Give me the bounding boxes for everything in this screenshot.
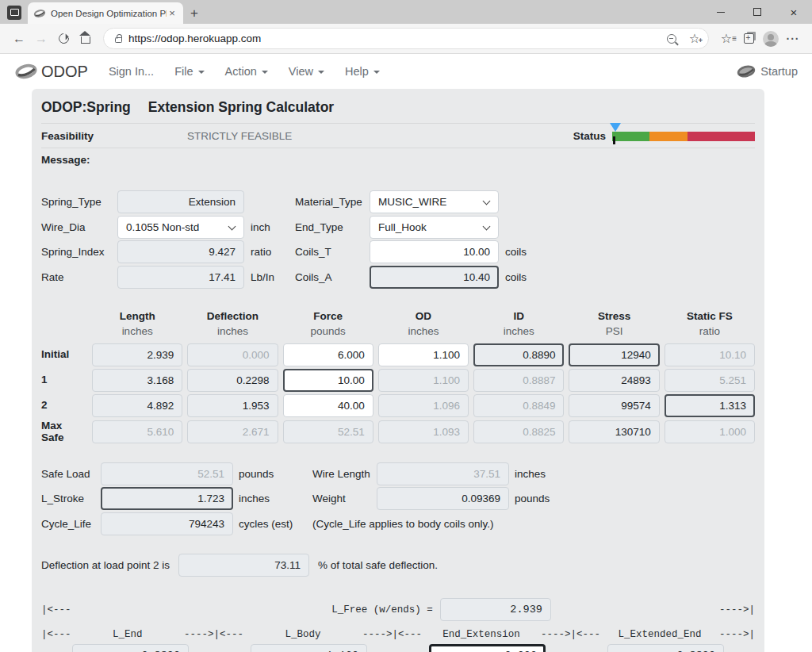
deflection-prefix: Deflection at load point 2 is [41, 559, 170, 571]
lfree-arrow-left: |<--- [41, 604, 71, 616]
col-header-deflection: Deflectioninches [187, 309, 278, 341]
row-label-initial: Initial [41, 348, 87, 361]
menu-help[interactable]: Help [345, 65, 380, 78]
initial-stress-output: 12940 [569, 343, 659, 366]
menu-view[interactable]: View [289, 65, 324, 78]
add-favorite-icon[interactable]: ☆ [689, 33, 700, 45]
rate-output: 17.41 [117, 266, 244, 289]
odop-brand[interactable]: ODOP [14, 63, 88, 81]
startup-button[interactable]: Startup [736, 64, 798, 79]
menu-action[interactable]: Action [225, 65, 268, 78]
row-label-1: 1 [41, 374, 87, 386]
status-segment-orange [649, 132, 688, 141]
pt2-force-input[interactable]: 40.00 [283, 394, 373, 417]
deflection-suffix: % of total safe deflection. [318, 559, 438, 571]
chevron-down-icon [198, 71, 205, 74]
wire-dia-unit: inch [251, 221, 289, 233]
spring-form: Spring_Type Extension Material_Type MUSI… [41, 190, 755, 289]
wire-dia-select[interactable]: 0.1055 Non-std [117, 216, 244, 239]
menu-file[interactable]: File [174, 65, 204, 78]
col-header-length: Lengthinches [92, 309, 182, 341]
col-header-force: Forcepounds [283, 309, 373, 341]
coils-t-input[interactable]: 10.00 [370, 240, 499, 263]
status-segment-green [612, 132, 649, 141]
rate-label: Rate [41, 271, 111, 283]
segment-l-extended-end: <--- L_Extended_End ---->| [576, 629, 755, 640]
end-type-label: End_Type [295, 221, 363, 233]
pt1-length-output: 3.168 [92, 369, 182, 392]
end-extension-input[interactable]: 0.000 [429, 644, 546, 652]
segment-l-end: |<--- L_End ---->| [41, 629, 220, 640]
back-icon[interactable]: ← [8, 28, 30, 50]
tab-title: Open Design Optimization Platform [51, 9, 167, 18]
col-header-stress: StressPSI [569, 309, 659, 341]
chevron-down-icon [483, 198, 491, 205]
pt2-id-output: 0.8849 [473, 394, 564, 417]
app-title: ODOP:Spring [41, 99, 131, 116]
maxsafe-length-output: 5.610 [92, 420, 182, 443]
material-type-select[interactable]: MUSIC_WIRE [370, 190, 499, 213]
refresh-icon[interactable] [52, 28, 75, 50]
initial-od-input[interactable]: 1.100 [378, 343, 469, 366]
maxsafe-deflection-output: 2.671 [187, 420, 278, 443]
coils-a-label: Coils_A [295, 271, 363, 283]
browser-toolbar: ← → https://odop.herokuapp.com ☆ ☆ ··· [0, 24, 812, 54]
close-button[interactable]: × [776, 0, 812, 24]
feasibility-label: Feasibility [41, 130, 94, 142]
minimize-button[interactable] [703, 0, 739, 24]
pt2-deflection-output: 1.953 [187, 394, 278, 417]
l-free-output: 2.939 [440, 598, 551, 621]
row-label-max-safe: Max Safe [41, 420, 87, 444]
lfree-arrow-right: ---->| [719, 604, 755, 616]
l-body-label: L_Body [285, 629, 320, 640]
l-stroke-unit: inches [239, 493, 307, 504]
coils-t-label: Coils_T [295, 246, 363, 258]
cycle-life-label: Cycle_Life [41, 518, 95, 530]
rate-unit: Lb/In [251, 271, 289, 283]
deflection-percent-row: Deflection at load point 2 is 73.11 % of… [41, 554, 755, 577]
spring-index-label: Spring_Index [41, 246, 111, 258]
cycle-life-output: 794243 [101, 512, 233, 535]
maximize-button[interactable] [739, 0, 776, 24]
cycle-life-unit: cycles (est) [239, 518, 307, 530]
initial-id-output: 0.8890 [473, 343, 564, 366]
chevron-down-icon [373, 71, 380, 74]
wire-length-output: 37.51 [377, 462, 509, 485]
coils-a-output: 10.40 [370, 266, 499, 289]
home-icon[interactable] [75, 28, 97, 50]
maxsafe-force-output: 52.51 [283, 420, 373, 443]
initial-force-input[interactable]: 6.000 [283, 343, 373, 366]
l-extended-end-output: 0.8890 [607, 644, 724, 652]
url-text[interactable]: https://odop.herokuapp.com [128, 33, 667, 44]
spring-type-output: Extension [117, 190, 244, 213]
page-title: ODOP:Spring Extension Spring Calculator [41, 96, 755, 123]
tab-close-icon[interactable]: × [167, 8, 178, 19]
chevron-down-icon [318, 71, 324, 74]
end-type-select[interactable]: Full_Hook [370, 216, 499, 239]
cycle-life-note: (Cycle_Life applies to body coils only.) [312, 518, 755, 530]
pt1-od-output: 1.100 [378, 369, 469, 392]
collections-icon[interactable] [737, 28, 760, 50]
load-points-table: Lengthinches Deflectioninches Forcepound… [41, 309, 755, 444]
menu-sign-in[interactable]: Sign In... [109, 65, 154, 78]
pt1-force-input[interactable]: 10.00 [283, 369, 373, 392]
deflection-percent-output: 73.11 [178, 554, 309, 577]
spring-index-output: 9.427 [117, 240, 244, 263]
maxsafe-id-output: 0.8825 [473, 420, 564, 443]
status-segment-red [688, 132, 755, 141]
profile-avatar[interactable] [760, 28, 782, 50]
pt2-od-output: 1.096 [378, 394, 469, 417]
chevron-down-icon [262, 71, 268, 74]
favorites-hub-icon[interactable]: ☆ [715, 28, 737, 50]
pt1-static-fs-output: 5.251 [665, 369, 755, 392]
zoom-out-icon[interactable] [667, 34, 676, 44]
window-app-icon [7, 6, 21, 20]
pt2-stress-output: 99574 [569, 394, 659, 417]
settings-menu-icon[interactable]: ··· [782, 28, 804, 50]
row-label-2: 2 [41, 399, 87, 412]
pt1-stress-output: 24893 [569, 369, 659, 392]
pt2-length-output: 4.892 [92, 394, 182, 417]
browser-tab[interactable]: Open Design Optimization Platform × [28, 2, 183, 24]
address-bar[interactable]: https://odop.herokuapp.com ☆ [103, 28, 709, 49]
new-tab-button[interactable]: + [183, 2, 205, 24]
